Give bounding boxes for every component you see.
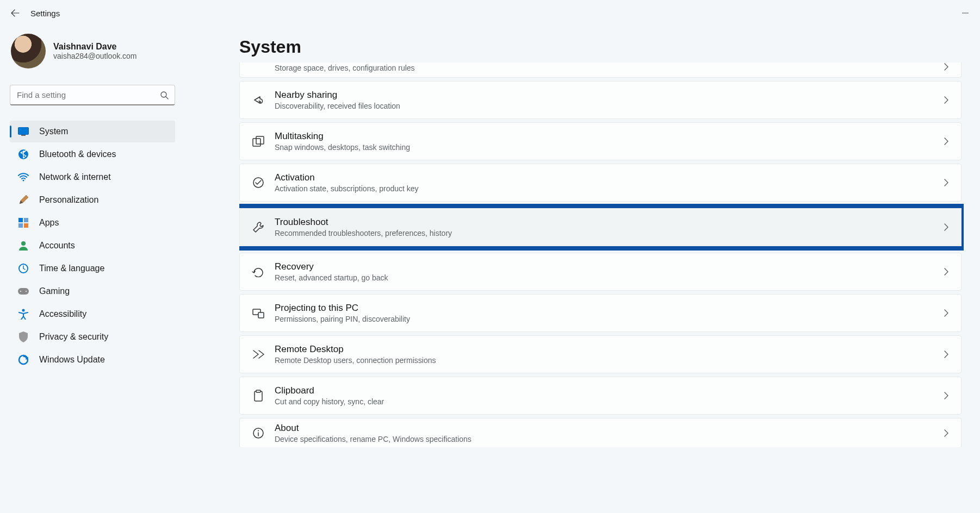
shield-icon — [17, 331, 29, 343]
nav-item-system[interactable]: System — [10, 121, 175, 142]
item-title: Troubleshoot — [275, 217, 944, 228]
search-input[interactable] — [10, 85, 175, 105]
clipboard-icon — [252, 389, 265, 402]
item-desc: Remote Desktop users, connection permiss… — [275, 356, 944, 365]
clock-icon — [17, 262, 29, 274]
svg-point-9 — [21, 241, 26, 246]
settings-item-activation[interactable]: Activation Activation state, subscriptio… — [239, 164, 962, 202]
nav-item-accessibility[interactable]: Accessibility — [10, 303, 175, 325]
search-icon — [160, 91, 169, 99]
nav: System Bluetooth & devices Network & int… — [10, 121, 175, 371]
window-title: Settings — [30, 9, 60, 18]
recovery-icon — [252, 265, 265, 278]
system-icon — [17, 126, 29, 137]
item-title: About — [275, 423, 944, 434]
settings-item-remote-desktop[interactable]: Remote Desktop Remote Desktop users, con… — [239, 335, 962, 373]
person-icon — [17, 240, 29, 252]
chevron-right-icon — [944, 62, 949, 71]
nav-item-bluetooth[interactable]: Bluetooth & devices — [10, 143, 175, 165]
nav-label: Privacy & security — [39, 332, 108, 342]
settings-item-projecting[interactable]: Projecting to this PC Permissions, pairi… — [239, 294, 962, 332]
info-icon — [252, 427, 265, 440]
nav-label: Accounts — [39, 241, 75, 251]
nav-item-gaming[interactable]: Gaming — [10, 280, 175, 302]
apps-icon — [17, 217, 29, 229]
item-title: Clipboard — [275, 385, 944, 396]
item-desc: Device specifications, rename PC, Window… — [275, 435, 944, 443]
brush-icon — [17, 194, 29, 206]
multitask-icon — [252, 135, 265, 148]
nav-item-update[interactable]: Windows Update — [10, 349, 175, 371]
chevron-right-icon — [944, 223, 949, 232]
settings-item-clipboard[interactable]: Clipboard Cut and copy history, sync, cl… — [239, 377, 962, 415]
wrench-icon — [252, 221, 265, 234]
settings-list[interactable]: Storage space, drives, configuration rul… — [239, 62, 964, 513]
nav-item-apps[interactable]: Apps — [10, 212, 175, 234]
svg-point-0 — [161, 92, 166, 97]
svg-point-13 — [26, 291, 27, 292]
chevron-right-icon — [944, 178, 949, 187]
remote-icon — [252, 348, 265, 361]
item-desc: Snap windows, desktops, task switching — [275, 143, 944, 152]
minimize-button[interactable] — [962, 9, 970, 17]
item-desc: Permissions, pairing PIN, discoverabilit… — [275, 315, 944, 323]
chevron-right-icon — [944, 267, 949, 276]
svg-rect-7 — [18, 223, 23, 228]
nav-item-privacy[interactable]: Privacy & security — [10, 326, 175, 348]
profile-block[interactable]: Vaishnavi Dave vaisha284@outlook.com — [10, 32, 175, 74]
nav-item-personalization[interactable]: Personalization — [10, 189, 175, 211]
settings-item-troubleshoot[interactable]: Troubleshoot Recommended troubleshooters… — [239, 208, 962, 246]
nav-label: System — [39, 127, 68, 136]
nav-label: Network & internet — [39, 172, 111, 182]
chevron-right-icon — [944, 309, 949, 317]
item-title: Multitasking — [275, 131, 944, 142]
settings-item-multitasking[interactable]: Multitasking Snap windows, desktops, tas… — [239, 122, 962, 160]
svg-rect-6 — [24, 218, 28, 222]
settings-item-recovery[interactable]: Recovery Reset, advanced startup, go bac… — [239, 253, 962, 291]
profile-email: vaisha284@outlook.com — [53, 52, 137, 60]
svg-rect-2 — [21, 135, 26, 136]
svg-rect-16 — [253, 139, 260, 146]
page-title: System — [239, 37, 964, 57]
svg-rect-17 — [256, 136, 264, 144]
nav-label: Windows Update — [39, 355, 105, 365]
chevron-right-icon — [944, 391, 949, 400]
nav-label: Personalization — [39, 195, 98, 205]
gamepad-icon — [17, 285, 29, 297]
profile-name: Vaishnavi Dave — [53, 42, 137, 52]
avatar — [11, 34, 46, 68]
svg-rect-22 — [256, 390, 260, 392]
svg-point-12 — [20, 291, 21, 292]
sidebar: Vaishnavi Dave vaisha284@outlook.com Sys… — [0, 26, 185, 513]
chevron-right-icon — [944, 429, 949, 437]
item-title: Recovery — [275, 261, 944, 272]
bluetooth-icon — [17, 148, 29, 160]
nav-label: Bluetooth & devices — [39, 149, 116, 159]
item-title: Activation — [275, 172, 944, 183]
chevron-right-icon — [944, 350, 949, 359]
item-desc: Activation state, subscriptions, product… — [275, 184, 944, 193]
update-icon — [17, 354, 29, 366]
nav-item-accounts[interactable]: Accounts — [10, 235, 175, 256]
back-button[interactable] — [10, 8, 21, 18]
nav-label: Time & language — [39, 264, 104, 273]
chevron-right-icon — [944, 137, 949, 146]
settings-item-about[interactable]: About Device specifications, rename PC, … — [239, 418, 962, 447]
svg-rect-11 — [18, 288, 29, 295]
nav-item-network[interactable]: Network & internet — [10, 166, 175, 188]
nav-item-time[interactable]: Time & language — [10, 258, 175, 279]
item-desc: Cut and copy history, sync, clear — [275, 397, 944, 406]
svg-rect-20 — [258, 312, 264, 318]
minimize-icon — [962, 9, 969, 17]
main-content: System Storage space, drives, configurat… — [185, 26, 980, 513]
share-icon — [252, 93, 265, 107]
settings-item-nearby-sharing[interactable]: Nearby sharing Discoverability, received… — [239, 81, 962, 119]
settings-item-storage[interactable]: Storage space, drives, configuration rul… — [239, 62, 962, 78]
svg-rect-5 — [18, 218, 23, 222]
arrow-left-icon — [11, 9, 20, 17]
item-desc: Recommended troubleshooters, preferences… — [275, 229, 944, 237]
item-desc: Discoverability, received files location — [275, 102, 944, 110]
project-icon — [252, 306, 265, 320]
chevron-right-icon — [944, 96, 949, 104]
nav-label: Gaming — [39, 286, 70, 296]
